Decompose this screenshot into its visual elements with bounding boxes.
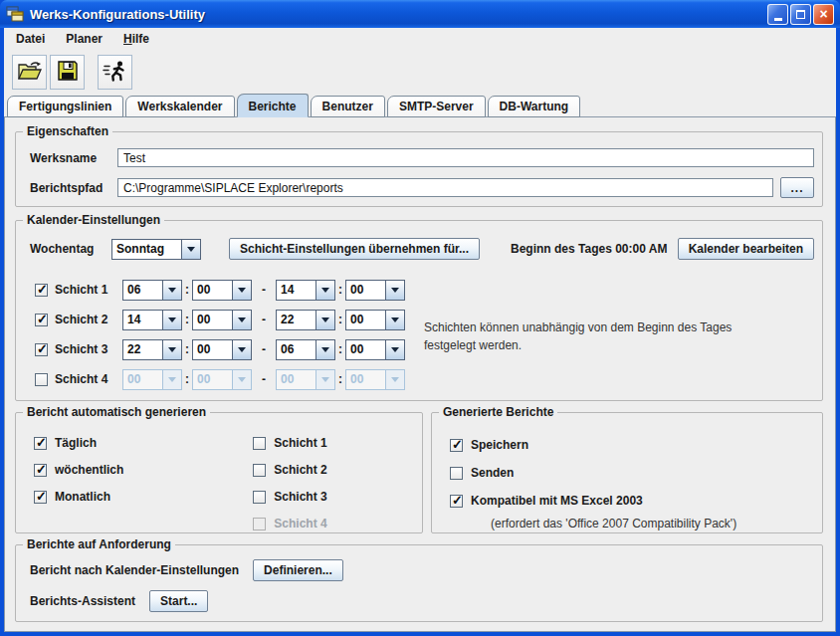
taeglich-checkbox[interactable] — [34, 437, 47, 450]
berichtspfad-input[interactable] — [117, 178, 773, 197]
menu-item-datei[interactable]: Datei — [16, 32, 45, 46]
chevron-down-icon — [168, 318, 176, 322]
tab-smtp-server[interactable]: SMTP-Server — [387, 96, 486, 117]
wochentag-combo[interactable]: Sonntag — [111, 239, 201, 260]
speichern-checkbox[interactable] — [450, 439, 463, 452]
dropdown-button[interactable] — [232, 340, 251, 359]
dropdown-button[interactable] — [232, 281, 251, 300]
group-generierte-berichte: Generierte Berichte Speichern Senden Kom… — [431, 412, 823, 533]
wochentag-dropdown-button[interactable] — [181, 240, 200, 259]
dropdown-button[interactable] — [162, 311, 181, 329]
end-minute-combo[interactable]: 00 — [345, 339, 405, 360]
dropdown-button — [385, 370, 404, 389]
senden-checkbox[interactable] — [450, 467, 463, 480]
auto-schicht-3-checkbox[interactable] — [253, 491, 266, 504]
chevron-down-icon — [238, 377, 246, 382]
start-minute-combo[interactable]: 00 — [192, 310, 252, 330]
excel-kompatibel-checkbox[interactable] — [450, 495, 463, 508]
group-berichte-auf-anforderung: Berichte auf Anforderung Bericht nach Ka… — [15, 544, 823, 622]
browse-button[interactable]: ... — [780, 177, 814, 198]
end-hour-combo[interactable]: 14 — [276, 280, 335, 301]
save-button[interactable] — [50, 55, 85, 90]
open-button[interactable] — [12, 55, 47, 90]
dropdown-button[interactable] — [385, 311, 404, 329]
schicht-4-checkbox[interactable] — [35, 373, 48, 386]
end-minute-combo[interactable]: 00 — [345, 280, 405, 301]
definieren-button[interactable]: Definieren... — [253, 559, 343, 581]
tab-fertigungslinien[interactable]: Fertigungslinien — [7, 96, 123, 117]
dropdown-button[interactable] — [162, 281, 181, 300]
schicht-1-row: Schicht 1 06 : 00 - 14 : 00 — [35, 275, 822, 305]
monatlich-checkbox[interactable] — [34, 491, 47, 504]
werksname-input[interactable] — [117, 148, 814, 167]
werksname-label: Werksname — [30, 151, 117, 165]
dropdown-button[interactable] — [315, 340, 334, 359]
hint-line-2: festgelegt werden. — [424, 338, 522, 352]
berichts-assistent-label: Berichts-Assistent — [30, 594, 135, 608]
dropdown-button[interactable] — [385, 281, 404, 300]
end-hour-value: 14 — [277, 281, 315, 300]
checkbox-row-woechentlich: wöchentlich — [34, 462, 123, 478]
checkbox-row-schicht-2: Schicht 2 — [253, 462, 326, 478]
auto-schicht-1-checkbox[interactable] — [253, 437, 266, 450]
kalender-bearbeiten-button[interactable]: Kalender bearbeiten — [678, 238, 814, 260]
end-minute-combo: 00 — [345, 369, 405, 390]
menu-item-planer[interactable]: Planer — [66, 32, 103, 46]
woechentlich-label: wöchentlich — [55, 463, 123, 477]
schicht-uebernehmen-button[interactable]: Schicht-Einstellungen übernehmen für... — [229, 238, 480, 260]
end-hour-combo[interactable]: 22 — [276, 310, 335, 330]
close-button[interactable]: × — [813, 4, 834, 25]
run-button[interactable] — [98, 55, 132, 90]
wochentag-label: Wochentag — [30, 242, 111, 256]
end-hour-combo: 00 — [276, 369, 335, 390]
schicht-2-checkbox[interactable] — [35, 314, 48, 326]
dropdown-button[interactable] — [315, 281, 334, 300]
senden-label: Senden — [471, 466, 514, 480]
maximize-button[interactable] — [790, 4, 811, 25]
minimize-button[interactable] — [767, 4, 788, 25]
dropdown-button[interactable] — [232, 311, 251, 329]
auto-columns: Täglich wöchentlich Monatlich — [34, 435, 422, 542]
berichts-assistent-row: Berichts-Assistent Start... — [30, 590, 822, 612]
checkbox-row-speichern: Speichern — [450, 437, 822, 453]
chevron-down-icon — [391, 318, 399, 322]
checkbox-row-monatlich: Monatlich — [34, 489, 123, 505]
group-bericht-automatisch: Bericht automatisch generieren Täglich w… — [15, 412, 423, 533]
berichtspfad-row: Berichtspfad ... — [30, 177, 814, 198]
generierte-items: Speichern Senden Kompatibel mit MS Excel… — [450, 437, 822, 530]
open-folder-icon — [17, 60, 43, 85]
dropdown-button[interactable] — [315, 311, 334, 329]
start-hour-value: 06 — [123, 281, 162, 300]
start-hour-combo[interactable]: 06 — [122, 280, 182, 301]
auto-schicht-2-checkbox[interactable] — [253, 464, 266, 477]
start-hour-combo[interactable]: 22 — [122, 339, 182, 360]
schicht-1-checkbox[interactable] — [35, 284, 48, 297]
schicht-3-checkbox[interactable] — [35, 343, 48, 356]
start-minute-combo[interactable]: 00 — [192, 339, 252, 360]
woechentlich-checkbox[interactable] — [34, 464, 47, 477]
dash-separator: - — [262, 342, 266, 356]
chevron-down-icon — [168, 347, 176, 352]
schicht-1-times: 06 : 00 - 14 : 00 — [122, 280, 405, 301]
app-icon — [6, 6, 24, 22]
auto-schicht-4-label: Schicht 4 — [274, 517, 326, 530]
start-minute-combo[interactable]: 00 — [192, 280, 252, 301]
start-hour-combo[interactable]: 14 — [122, 310, 182, 330]
window-title: Werks-Konfigurations-Utility — [30, 7, 767, 22]
start-button[interactable]: Start... — [149, 590, 208, 612]
dropdown-button[interactable] — [385, 340, 404, 359]
dropdown-button[interactable] — [162, 340, 181, 359]
colon-separator: : — [185, 372, 189, 386]
tab-db-wartung[interactable]: DB-Wartung — [488, 96, 581, 117]
menu-item-hilfe[interactable]: Hilfe — [123, 32, 149, 46]
end-minute-combo[interactable]: 00 — [345, 310, 405, 330]
menubar: Datei Planer Hilfe — [4, 28, 836, 50]
start-minute-value: 00 — [193, 370, 232, 389]
auto-schicht-1-label: Schicht 1 — [274, 436, 326, 450]
end-hour-combo[interactable]: 06 — [276, 339, 335, 360]
start-minute-value: 00 — [193, 281, 232, 300]
tabbar: Fertigungslinien Werkskalender Berichte … — [7, 95, 836, 117]
tab-berichte[interactable]: Berichte — [237, 94, 309, 117]
tab-werkskalender[interactable]: Werkskalender — [125, 96, 234, 117]
tab-benutzer[interactable]: Benutzer — [311, 96, 385, 117]
